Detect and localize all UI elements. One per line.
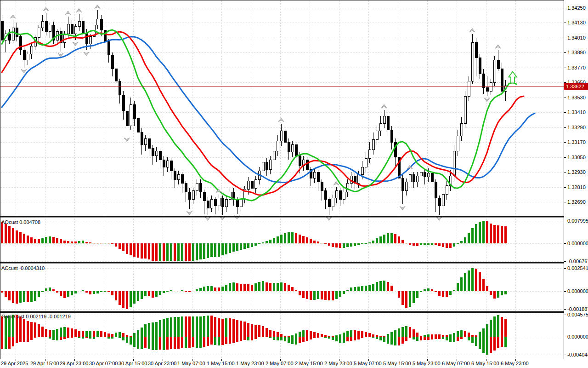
ao-panel-label: AOcust 0.004708 <box>1 219 40 225</box>
gator-indicator-name: GatorCust <box>1 314 24 319</box>
time-tick-label: 1 May 07:00 <box>177 361 205 366</box>
time-tick-label: 6 May 15:00 <box>471 361 499 366</box>
ac-panel-label: ACcust -0.0004310 <box>1 265 45 271</box>
ao-indicator-value: 0.004708 <box>19 219 40 225</box>
indicator-axis-label: 0.0025410 <box>567 265 588 271</box>
chart-canvas[interactable]: 1.342501.341301.340101.338901.337701.336… <box>0 0 588 368</box>
price-tick-label: 1.34250 <box>567 5 586 11</box>
time-tick-label: 29 Apr 23:00 <box>60 361 88 366</box>
indicator-axis-label: -0.006767 <box>567 259 588 264</box>
time-tick-label: 29 Apr 15:00 <box>30 361 59 366</box>
price-tick-label: 1.32690 <box>567 199 586 205</box>
indicator-axis-label: -0.004044 <box>567 352 588 357</box>
time-tick-label: 30 Apr 15:00 <box>119 361 147 366</box>
price-tick-label: 1.32810 <box>567 184 586 190</box>
time-tick-label: 5 May 15:00 <box>383 361 411 366</box>
time-tick-label: 29 Apr 2025 <box>1 361 28 366</box>
time-tick-label: 2 May 23:00 <box>324 361 352 366</box>
time-tick-label: 6 May 07:00 <box>442 361 470 366</box>
price-tick-label: 1.33770 <box>567 65 586 70</box>
time-tick-label: 5 May 23:00 <box>413 361 441 366</box>
price-tick-label: 1.33410 <box>567 109 586 115</box>
ac-indicator-name: ACcust <box>1 265 17 271</box>
price-tick-label: 1.34010 <box>567 35 586 40</box>
time-tick-label: 5 May 07:00 <box>354 361 382 366</box>
time-tick-label: 6 May 23:00 <box>501 361 529 366</box>
indicator-axis-label: 0.000000 <box>567 334 588 339</box>
gator-indicator-value: 0.002119 -0.001219 <box>26 314 71 319</box>
price-tick-label: 1.32930 <box>567 169 586 175</box>
price-tick-label: 1.33530 <box>567 95 586 100</box>
ao-indicator-name: AOcust <box>1 219 18 225</box>
gator-panel-label: GatorCust 0.002119 -0.001219 <box>1 314 71 319</box>
price-tick-label: 1.33290 <box>567 125 586 130</box>
indicator-axis-label: -0.0018873 <box>567 306 588 312</box>
indicator-axis-label: 0.007995 <box>567 218 588 224</box>
last-price-tag: 1.33622 <box>564 83 588 90</box>
indicator-axis-label: 0.004575 <box>567 312 588 317</box>
indicator-axis-label: 0.0000000 <box>567 288 588 294</box>
time-tick-label: 1 May 23:00 <box>236 361 264 366</box>
ac-indicator-value: -0.0004310 <box>19 265 45 271</box>
indicator-axis-label: 0.000000 <box>567 241 588 246</box>
time-tick-label: 30 Apr 23:00 <box>148 361 176 366</box>
time-tick-label: 1 May 15:00 <box>207 361 235 366</box>
price-tick-label: 1.33170 <box>567 139 586 145</box>
time-tick-label: 30 Apr 07:00 <box>89 361 118 366</box>
time-tick-label: 2 May 15:00 <box>295 361 323 366</box>
time-tick-label: 2 May 07:00 <box>266 361 294 366</box>
price-tick-label: 1.33050 <box>567 155 586 160</box>
trading-chart-window: 1.342501.341301.340101.338901.337701.336… <box>0 0 588 368</box>
price-tick-label: 1.33890 <box>567 50 586 55</box>
price-tick-label: 1.34130 <box>567 20 586 25</box>
